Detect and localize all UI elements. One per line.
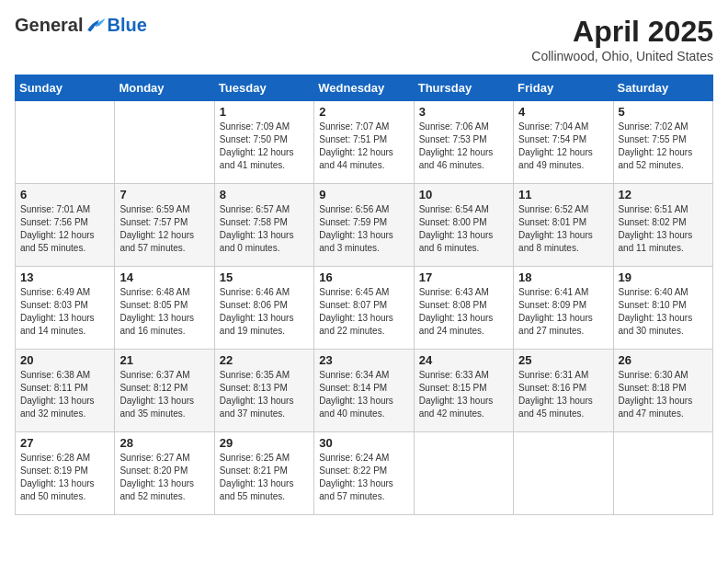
calendar-day-cell: 5Sunrise: 7:02 AMSunset: 7:55 PMDaylight… [613,101,712,184]
day-number: 10 [419,188,508,201]
day-number: 11 [518,188,608,201]
day-info: Sunrise: 7:01 AMSunset: 7:56 PMDaylight:… [20,203,109,255]
calendar-day-cell: 14Sunrise: 6:48 AMSunset: 8:05 PMDayligh… [115,267,214,350]
day-number: 9 [319,188,408,201]
calendar-table: SundayMondayTuesdayWednesdayThursdayFrid… [15,75,713,515]
weekday-header-tuesday: Tuesday [214,75,313,101]
calendar-empty-cell [514,432,613,515]
day-info: Sunrise: 6:35 AMSunset: 8:13 PMDaylight:… [220,369,309,420]
day-info: Sunrise: 6:49 AMSunset: 8:03 PMDaylight:… [20,286,109,338]
day-info: Sunrise: 6:25 AMSunset: 8:21 PMDaylight:… [220,452,309,503]
calendar-day-cell: 27Sunrise: 6:28 AMSunset: 8:19 PMDayligh… [16,432,115,515]
day-number: 15 [220,270,309,284]
day-info: Sunrise: 6:33 AMSunset: 8:15 PMDaylight:… [419,369,508,420]
day-number: 23 [319,353,408,367]
day-number: 16 [319,270,408,284]
day-info: Sunrise: 7:06 AMSunset: 7:53 PMDaylight:… [419,121,508,172]
calendar-day-cell: 25Sunrise: 6:31 AMSunset: 8:16 PMDayligh… [514,350,613,432]
calendar-week-row: 6Sunrise: 7:01 AMSunset: 7:56 PMDaylight… [16,184,713,267]
day-number: 18 [518,270,608,284]
calendar-day-cell: 17Sunrise: 6:43 AMSunset: 8:08 PMDayligh… [414,267,513,350]
logo: General Blue [15,15,147,36]
day-number: 25 [518,353,608,367]
day-info: Sunrise: 7:02 AMSunset: 7:55 PMDaylight:… [619,121,708,172]
day-info: Sunrise: 6:46 AMSunset: 8:06 PMDaylight:… [220,286,309,338]
calendar-day-cell: 18Sunrise: 6:41 AMSunset: 8:09 PMDayligh… [514,267,613,350]
day-info: Sunrise: 6:48 AMSunset: 8:05 PMDaylight:… [119,286,209,338]
weekday-header-monday: Monday [115,75,214,101]
day-number: 20 [20,353,109,367]
weekday-header-row: SundayMondayTuesdayWednesdayThursdayFrid… [16,75,713,101]
weekday-header-saturday: Saturday [613,75,712,101]
day-info: Sunrise: 6:51 AMSunset: 8:02 PMDaylight:… [619,203,708,255]
day-number: 22 [220,353,309,367]
calendar-day-cell: 6Sunrise: 7:01 AMSunset: 7:56 PMDaylight… [16,184,115,267]
calendar-day-cell: 2Sunrise: 7:07 AMSunset: 7:51 PMDaylight… [314,101,414,184]
calendar-day-cell: 4Sunrise: 7:04 AMSunset: 7:54 PMDaylight… [514,101,613,184]
calendar-day-cell: 21Sunrise: 6:37 AMSunset: 8:12 PMDayligh… [115,350,214,432]
calendar-day-cell: 29Sunrise: 6:25 AMSunset: 8:21 PMDayligh… [214,432,313,515]
day-number: 5 [619,105,708,119]
calendar-empty-cell [414,432,513,515]
day-info: Sunrise: 7:04 AMSunset: 7:54 PMDaylight:… [518,121,608,172]
day-number: 30 [319,436,408,450]
weekday-header-wednesday: Wednesday [314,75,414,101]
day-info: Sunrise: 7:07 AMSunset: 7:51 PMDaylight:… [319,121,408,172]
day-number: 1 [220,105,309,119]
day-info: Sunrise: 6:34 AMSunset: 8:14 PMDaylight:… [319,369,408,420]
day-number: 13 [20,270,109,284]
calendar-empty-cell [115,101,214,184]
day-number: 24 [419,353,508,367]
day-info: Sunrise: 6:27 AMSunset: 8:20 PMDaylight:… [119,452,209,503]
calendar-day-cell: 26Sunrise: 6:30 AMSunset: 8:18 PMDayligh… [613,350,712,432]
day-number: 4 [518,105,608,119]
day-info: Sunrise: 6:52 AMSunset: 8:01 PMDaylight:… [518,203,608,255]
calendar-day-cell: 28Sunrise: 6:27 AMSunset: 8:20 PMDayligh… [115,432,214,515]
day-number: 28 [119,436,209,450]
calendar-day-cell: 9Sunrise: 6:56 AMSunset: 7:59 PMDaylight… [314,184,414,267]
day-info: Sunrise: 6:31 AMSunset: 8:16 PMDaylight:… [518,369,608,420]
day-number: 6 [20,188,109,201]
logo-bird-icon [85,17,107,35]
day-number: 19 [619,270,708,284]
calendar-week-row: 20Sunrise: 6:38 AMSunset: 8:11 PMDayligh… [16,350,713,432]
month-title: April 2025 [531,15,713,49]
calendar-day-cell: 13Sunrise: 6:49 AMSunset: 8:03 PMDayligh… [16,267,115,350]
calendar-week-row: 27Sunrise: 6:28 AMSunset: 8:19 PMDayligh… [16,432,713,515]
day-info: Sunrise: 6:37 AMSunset: 8:12 PMDaylight:… [119,369,209,420]
day-info: Sunrise: 6:59 AMSunset: 7:57 PMDaylight:… [119,203,209,255]
calendar-day-cell: 23Sunrise: 6:34 AMSunset: 8:14 PMDayligh… [314,350,414,432]
day-info: Sunrise: 6:43 AMSunset: 8:08 PMDaylight:… [419,286,508,338]
day-info: Sunrise: 6:30 AMSunset: 8:18 PMDaylight:… [619,369,708,420]
day-number: 2 [319,105,408,119]
calendar-day-cell: 1Sunrise: 7:09 AMSunset: 7:50 PMDaylight… [214,101,313,184]
calendar-day-cell: 12Sunrise: 6:51 AMSunset: 8:02 PMDayligh… [613,184,712,267]
day-info: Sunrise: 6:56 AMSunset: 7:59 PMDaylight:… [319,203,408,255]
calendar-day-cell: 20Sunrise: 6:38 AMSunset: 8:11 PMDayligh… [16,350,115,432]
day-info: Sunrise: 7:09 AMSunset: 7:50 PMDaylight:… [220,121,309,172]
calendar-day-cell: 11Sunrise: 6:52 AMSunset: 8:01 PMDayligh… [514,184,613,267]
calendar-day-cell: 3Sunrise: 7:06 AMSunset: 7:53 PMDaylight… [414,101,513,184]
day-info: Sunrise: 6:57 AMSunset: 7:58 PMDaylight:… [220,203,309,255]
calendar-day-cell: 24Sunrise: 6:33 AMSunset: 8:15 PMDayligh… [414,350,513,432]
calendar-day-cell: 8Sunrise: 6:57 AMSunset: 7:58 PMDaylight… [214,184,313,267]
day-info: Sunrise: 6:40 AMSunset: 8:10 PMDaylight:… [619,286,708,338]
day-info: Sunrise: 6:38 AMSunset: 8:11 PMDaylight:… [20,369,109,420]
calendar-empty-cell [16,101,115,184]
calendar-day-cell: 16Sunrise: 6:45 AMSunset: 8:07 PMDayligh… [314,267,414,350]
location-text: Collinwood, Ohio, United States [531,49,713,63]
weekday-header-thursday: Thursday [414,75,513,101]
day-number: 12 [619,188,708,201]
day-info: Sunrise: 6:54 AMSunset: 8:00 PMDaylight:… [419,203,508,255]
calendar-week-row: 13Sunrise: 6:49 AMSunset: 8:03 PMDayligh… [16,267,713,350]
calendar-week-row: 1Sunrise: 7:09 AMSunset: 7:50 PMDaylight… [16,101,713,184]
weekday-header-friday: Friday [514,75,613,101]
page-header: General Blue April 2025 Collinwood, Ohio… [15,15,713,63]
calendar-day-cell: 15Sunrise: 6:46 AMSunset: 8:06 PMDayligh… [214,267,313,350]
day-number: 26 [619,353,708,367]
calendar-day-cell: 19Sunrise: 6:40 AMSunset: 8:10 PMDayligh… [613,267,712,350]
weekday-header-sunday: Sunday [16,75,115,101]
calendar-day-cell: 22Sunrise: 6:35 AMSunset: 8:13 PMDayligh… [214,350,313,432]
day-number: 17 [419,270,508,284]
day-number: 3 [419,105,508,119]
